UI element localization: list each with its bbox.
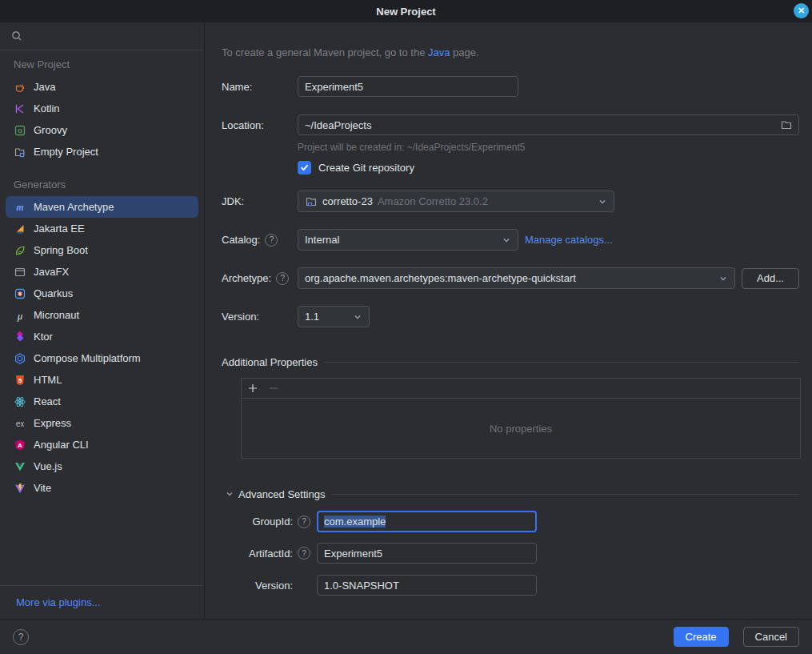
intro-prefix: To create a general Maven project, go to… [222, 46, 428, 58]
remove-property-icon[interactable] [268, 383, 279, 394]
svg-text:G: G [18, 127, 22, 134]
properties-table: No properties [241, 378, 801, 459]
archetype-help-icon[interactable]: ? [276, 272, 289, 285]
cancel-button[interactable]: Cancel [743, 627, 799, 647]
add-property-icon[interactable] [247, 383, 258, 394]
svg-text:5: 5 [18, 376, 22, 383]
advanced-version-row: Version: [222, 575, 799, 596]
sidebar-item-compose-multiplatform[interactable]: Compose Multiplatform [6, 347, 198, 369]
artifactid-help-icon[interactable]: ? [298, 547, 310, 560]
section-header-generators: Generators [6, 179, 198, 191]
archetype-version-label: Version: [222, 311, 298, 323]
angular-icon: A [14, 439, 26, 451]
vue-icon [14, 460, 26, 473]
git-checkbox-row[interactable]: Create Git repository [298, 161, 799, 175]
artifactid-input[interactable] [317, 543, 537, 564]
groovy-icon: G [14, 124, 26, 137]
empty-project-icon [14, 146, 26, 158]
archetype-row: Archetype: ? org.apache.maven.archetypes… [222, 267, 799, 289]
sidebar-item-label: React [34, 395, 61, 407]
close-icon[interactable]: ✕ [794, 3, 809, 18]
archetype-value: org.apache.maven.archetypes:maven-archet… [305, 272, 576, 284]
catalog-help-icon[interactable]: ? [265, 234, 278, 247]
sidebar-item-label: Ktor [34, 331, 53, 343]
sidebar-item-kotlin[interactable]: Kotlin [6, 98, 198, 119]
location-input[interactable] [298, 114, 799, 135]
sidebar-item-javafx[interactable]: JavaFX [6, 261, 198, 283]
sidebar-item-express[interactable]: ex Express [6, 412, 198, 434]
sidebar-item-label: Spring Boot [34, 244, 88, 256]
groupid-input[interactable]: com.example [317, 511, 537, 532]
section-header-new-project: New Project [6, 58, 198, 71]
jdk-folder-icon [305, 195, 318, 208]
catalog-label: Catalog: [222, 234, 260, 246]
express-icon: ex [14, 417, 26, 430]
advanced-version-label: Version: [255, 580, 293, 592]
sidebar-item-label: JavaFX [34, 266, 69, 278]
jdk-combobox[interactable]: corretto-23 Amazon Corretto 23.0.2 [298, 191, 614, 212]
sidebar-item-ktor[interactable]: Ktor [6, 326, 198, 347]
intro-hint: To create a general Maven project, go to… [222, 46, 799, 61]
archetype-combobox[interactable]: org.apache.maven.archetypes:maven-archet… [298, 267, 735, 289]
sidebar-item-label: Maven Archetype [34, 201, 114, 213]
sidebar-item-label: Java [34, 81, 55, 93]
sidebar-item-angular-cli[interactable]: A Angular CLI [6, 434, 198, 455]
java-page-link[interactable]: Java [428, 46, 450, 58]
sidebar-item-label: Express [34, 417, 71, 429]
svg-text:μ: μ [17, 309, 23, 321]
jakarta-ee-icon [14, 223, 26, 235]
sidebar-search[interactable] [0, 22, 204, 50]
browse-folder-icon[interactable] [780, 118, 793, 131]
sidebar-item-vuejs[interactable]: Vue.js [6, 455, 198, 477]
advanced-version-input[interactable] [317, 575, 537, 596]
dialog-title: New Project [376, 6, 435, 18]
name-input[interactable] [298, 76, 518, 97]
sidebar-item-label: Groovy [34, 124, 67, 136]
collapse-chevron-icon[interactable] [225, 489, 234, 499]
more-via-plugins-link[interactable]: More via plugins... [16, 596, 101, 608]
groupid-help-icon[interactable]: ? [298, 516, 310, 528]
vite-icon [14, 482, 26, 495]
intro-suffix: page. [450, 46, 478, 58]
quarkus-icon [14, 287, 26, 300]
search-icon [10, 30, 23, 42]
artifactid-label: ArtifactId: [249, 548, 293, 560]
advanced-settings-header[interactable]: Advanced Settings [222, 487, 799, 501]
manage-catalogs-link[interactable]: Manage catalogs... [525, 234, 613, 246]
sidebar-item-vite[interactable]: Vite [6, 477, 198, 499]
sidebar-item-maven-archetype[interactable]: m Maven Archetype [6, 196, 198, 218]
archetype-version-combobox[interactable]: 1.1 [298, 306, 370, 327]
sidebar-item-label: HTML [34, 374, 62, 386]
sidebar-item-label: Micronaut [34, 309, 79, 321]
location-label: Location: [222, 119, 298, 131]
sidebar-item-java[interactable]: Java [6, 76, 198, 98]
sidebar-item-jakarta-ee[interactable]: Jakarta EE [6, 218, 198, 239]
sidebar-item-empty-project[interactable]: Empty Project [6, 141, 198, 162]
new-project-dialog: New Project ✕ New Project Java Kotlin G … [0, 0, 812, 654]
jdk-row: JDK: corretto-23 Amazon Corretto 23.0.2 [222, 191, 799, 212]
sidebar-item-groovy[interactable]: G Groovy [6, 119, 198, 141]
help-icon[interactable]: ? [13, 629, 29, 645]
catalog-combobox[interactable]: Internal [298, 229, 518, 251]
sidebar-item-react[interactable]: React [6, 391, 198, 412]
sidebar-item-html[interactable]: 5 HTML [6, 369, 198, 391]
section-rule [324, 362, 799, 363]
jdk-label: JDK: [222, 195, 298, 207]
sidebar-item-label: Compose Multiplatform [34, 352, 141, 364]
properties-toolbar [242, 379, 800, 399]
groupid-selected-text: com.example [324, 516, 386, 528]
svg-text:m: m [16, 202, 23, 213]
git-checkbox[interactable] [298, 161, 311, 175]
sidebar-item-spring-boot[interactable]: Spring Boot [6, 239, 198, 261]
create-button[interactable]: Create [674, 627, 729, 647]
location-hint: Project will be created in: ~/IdeaProjec… [298, 142, 799, 153]
chevron-down-icon [718, 274, 728, 283]
sidebar-item-quarkus[interactable]: Quarkus [6, 283, 198, 304]
add-archetype-button[interactable]: Add... [742, 268, 799, 289]
sidebar-item-micronaut[interactable]: μ Micronaut [6, 304, 198, 326]
kotlin-icon [14, 102, 26, 115]
react-icon [14, 395, 26, 408]
sidebar-item-label: Quarkus [34, 287, 73, 299]
additional-properties-header: Additional Properties [222, 355, 799, 369]
sidebar-item-label: Vue.js [34, 460, 62, 472]
